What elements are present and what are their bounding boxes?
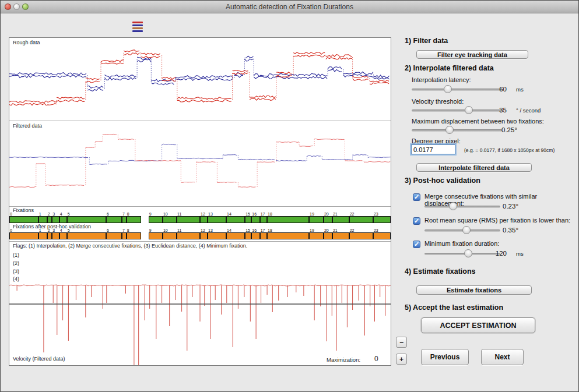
interpolation-latency-unit: ms: [516, 86, 524, 93]
fixation-segment: [200, 216, 208, 223]
panel-divider: [9, 206, 391, 207]
fixations-posthoc-strip: [9, 232, 391, 239]
fixation-posthoc-segment: [59, 232, 67, 239]
velocity-threshold-slider[interactable]: [412, 106, 502, 115]
fixation-segment-number: 15: [245, 212, 250, 216]
previous-button[interactable]: Previous: [421, 349, 469, 365]
fixation-posthoc-segment: [127, 232, 142, 239]
fixation-posthoc-segment-number: 22: [350, 228, 355, 232]
rms-slider[interactable]: [424, 226, 500, 235]
plot-area: Rough data Filtered data Fixations 01234…: [9, 37, 391, 366]
merge-fixations-checkbox[interactable]: ✓: [413, 193, 420, 201]
fixation-posthoc-segment-number: 17: [261, 228, 265, 232]
fixation-segment: [47, 216, 52, 223]
filtered-data-plot: [9, 121, 391, 206]
fixation-posthoc-segment-number: 23: [374, 228, 378, 232]
min-duration-checkbox[interactable]: ✓: [413, 241, 420, 248]
fixation-segment: [251, 216, 259, 223]
merge-fixations-slider[interactable]: [424, 202, 500, 211]
panel-divider: [9, 241, 391, 242]
velocity-threshold-label: Velocity threshold:: [412, 98, 464, 105]
fixation-segment-number: 14: [227, 212, 231, 216]
step3-heading: 3) Post-hoc validation: [405, 176, 480, 185]
fixations-strip: [9, 216, 391, 223]
degree-per-pixel-input[interactable]: [411, 144, 455, 154]
estimate-fixations-button[interactable]: Estimate fixations: [416, 285, 532, 295]
next-button[interactable]: Next: [481, 349, 524, 365]
fixation-segment-number: 3: [52, 212, 55, 216]
slider-thumb[interactable]: [444, 85, 452, 93]
fixation-segment-number: 10: [163, 212, 168, 216]
flag-row-2: (2): [13, 260, 19, 266]
rms-checkbox[interactable]: ✓: [413, 217, 420, 225]
fixation-segment-number: 23: [374, 212, 378, 216]
fixation-segment-number: 4: [60, 212, 62, 216]
maximization-label: Maximization:: [327, 356, 360, 363]
fixation-posthoc-segment: [324, 232, 332, 239]
slider-thumb[interactable]: [465, 106, 473, 114]
fixation-posthoc-segment: [309, 232, 324, 239]
fixation-posthoc-segment: [245, 232, 251, 239]
filtered-data-label: Filtered data: [13, 123, 42, 129]
max-displacement-value: 0.25°: [490, 126, 517, 133]
fixation-segment: [226, 216, 245, 223]
fixation-posthoc-segment-number: 21: [333, 228, 338, 232]
fixation-posthoc-segment-number: 8: [127, 228, 129, 232]
fixation-segment-number: 2: [48, 212, 50, 216]
fixation-segment-number: 20: [324, 212, 329, 216]
interpolation-latency-slider[interactable]: [412, 85, 502, 94]
fixation-segment: [163, 216, 177, 223]
interpolate-filtered-data-button[interactable]: Interpolate filtered data: [416, 163, 532, 172]
slider-thumb[interactable]: [462, 226, 471, 234]
maximization-value: 0: [374, 355, 378, 363]
min-duration-unit: ms: [516, 250, 524, 257]
flag-row-3: (3): [13, 269, 19, 274]
legend-line: [132, 24, 143, 26]
accept-estimation-button[interactable]: ACCEPT ESTIMATION: [421, 317, 535, 333]
fixation-posthoc-segment-number: 2: [48, 228, 50, 232]
fixation-numbers-row: 01234567891011121314151617181920212223: [9, 212, 391, 216]
fixation-posthoc-segment-number: 6: [107, 228, 109, 232]
slider-thumb[interactable]: [449, 202, 457, 210]
degree-per-pixel-label: Degree per pixel:: [412, 137, 461, 144]
fixation-segment: [245, 216, 251, 223]
slider-thumb[interactable]: [445, 126, 454, 134]
fixation-posthoc-segment-number: 15: [245, 228, 250, 232]
fixation-segment-number: 18: [268, 212, 272, 216]
step5-heading: 5) Accept the last estimation: [405, 303, 503, 312]
app-window: Automatic detection of Fixation Duration…: [0, 0, 579, 392]
fixation-segment: [267, 216, 309, 223]
fixation-posthoc-segment: [226, 232, 245, 239]
fixation-segment-number: 1: [39, 212, 41, 216]
title-bar: Automatic detection of Fixation Duration…: [1, 1, 578, 13]
slider-thumb[interactable]: [464, 249, 472, 257]
zoom-in-button[interactable]: +: [396, 354, 407, 365]
slider-track: [412, 110, 502, 112]
window-title: Automatic detection of Fixation Duration…: [1, 3, 578, 11]
velocity-threshold-unit: ° / second: [516, 107, 541, 114]
zoom-out-button[interactable]: −: [396, 337, 407, 348]
fixation-segment: [122, 216, 127, 223]
max-displacement-slider[interactable]: [412, 126, 502, 135]
fixation-posthoc-segment: [177, 232, 200, 239]
fixation-segment: [9, 216, 38, 223]
fixation-posthoc-segment-number: 18: [268, 228, 272, 232]
legend-line: [132, 30, 143, 32]
rms-label: Root mean square (RMS) per fixation is l…: [424, 217, 570, 224]
fixation-posthoc-segment-number: 5: [68, 228, 70, 232]
min-duration-value: 120: [489, 250, 507, 257]
fixation-segment-number: 12: [201, 212, 205, 216]
fixation-segment: [106, 216, 122, 223]
fixation-segment: [208, 216, 226, 223]
step4-heading: 4) Estimate fixations: [405, 267, 476, 276]
fixation-segment-number: 9: [149, 212, 152, 216]
interpolation-latency-label: Interpolation latency:: [412, 76, 471, 83]
rough-data-plot: [9, 38, 391, 121]
degree-per-pixel-note: (e.g. = 0.0177, if 1680 x 1050px at 90cm…: [464, 147, 555, 153]
filter-eye-tracking-button[interactable]: Filter eye tracking data: [416, 50, 528, 59]
fixation-posthoc-segment: [106, 232, 122, 239]
fixation-segment-number: 6: [107, 212, 109, 216]
fixation-segment-number: 8: [127, 212, 129, 216]
velocity-threshold-value: 35: [489, 107, 507, 114]
fixation-posthoc-segment: [122, 232, 127, 239]
